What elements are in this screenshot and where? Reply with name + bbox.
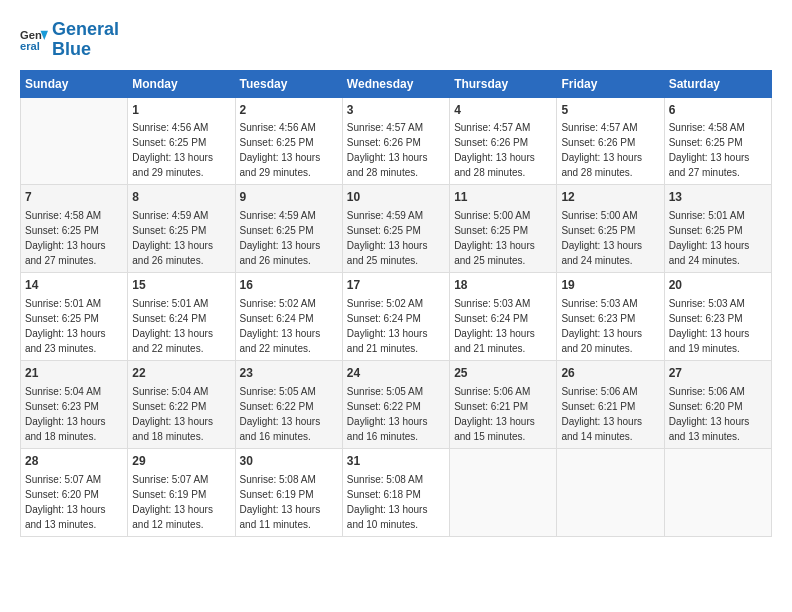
sunset-text: Sunset: 6:25 PM <box>132 225 206 236</box>
calendar-day-9: 9Sunrise: 4:59 AMSunset: 6:25 PMDaylight… <box>235 185 342 273</box>
weekday-header-sunday: Sunday <box>21 70 128 97</box>
weekday-header-monday: Monday <box>128 70 235 97</box>
day-number: 10 <box>347 189 445 206</box>
calendar-day-4: 4Sunrise: 4:57 AMSunset: 6:26 PMDaylight… <box>450 97 557 185</box>
sunset-text: Sunset: 6:23 PM <box>669 313 743 324</box>
sunrise-text: Sunrise: 4:59 AM <box>347 210 423 221</box>
calendar-day-10: 10Sunrise: 4:59 AMSunset: 6:25 PMDayligh… <box>342 185 449 273</box>
daylight-text: Daylight: 13 hours and 20 minutes. <box>561 328 642 354</box>
sunrise-text: Sunrise: 5:05 AM <box>240 386 316 397</box>
calendar-day-30: 30Sunrise: 5:08 AMSunset: 6:19 PMDayligh… <box>235 448 342 536</box>
daylight-text: Daylight: 13 hours and 27 minutes. <box>25 240 106 266</box>
sunrise-text: Sunrise: 5:03 AM <box>669 298 745 309</box>
daylight-text: Daylight: 13 hours and 28 minutes. <box>561 152 642 178</box>
sunset-text: Sunset: 6:24 PM <box>132 313 206 324</box>
logo-icon: Gen eral <box>20 26 48 54</box>
daylight-text: Daylight: 13 hours and 18 minutes. <box>132 416 213 442</box>
calendar-day-26: 26Sunrise: 5:06 AMSunset: 6:21 PMDayligh… <box>557 360 664 448</box>
daylight-text: Daylight: 13 hours and 16 minutes. <box>347 416 428 442</box>
day-number: 13 <box>669 189 767 206</box>
calendar-week-row: 7Sunrise: 4:58 AMSunset: 6:25 PMDaylight… <box>21 185 772 273</box>
calendar-day-13: 13Sunrise: 5:01 AMSunset: 6:25 PMDayligh… <box>664 185 771 273</box>
sunrise-text: Sunrise: 5:02 AM <box>240 298 316 309</box>
day-number: 8 <box>132 189 230 206</box>
day-number: 3 <box>347 102 445 119</box>
daylight-text: Daylight: 13 hours and 15 minutes. <box>454 416 535 442</box>
sunset-text: Sunset: 6:26 PM <box>347 137 421 148</box>
sunrise-text: Sunrise: 5:06 AM <box>561 386 637 397</box>
calendar-day-29: 29Sunrise: 5:07 AMSunset: 6:19 PMDayligh… <box>128 448 235 536</box>
sunset-text: Sunset: 6:18 PM <box>347 489 421 500</box>
daylight-text: Daylight: 13 hours and 11 minutes. <box>240 504 321 530</box>
day-number: 23 <box>240 365 338 382</box>
weekday-header-wednesday: Wednesday <box>342 70 449 97</box>
daylight-text: Daylight: 13 hours and 13 minutes. <box>669 416 750 442</box>
calendar-day-19: 19Sunrise: 5:03 AMSunset: 6:23 PMDayligh… <box>557 273 664 361</box>
calendar-day-2: 2Sunrise: 4:56 AMSunset: 6:25 PMDaylight… <box>235 97 342 185</box>
sunrise-text: Sunrise: 5:08 AM <box>347 474 423 485</box>
calendar-day-16: 16Sunrise: 5:02 AMSunset: 6:24 PMDayligh… <box>235 273 342 361</box>
sunrise-text: Sunrise: 5:00 AM <box>454 210 530 221</box>
day-number: 24 <box>347 365 445 382</box>
daylight-text: Daylight: 13 hours and 10 minutes. <box>347 504 428 530</box>
daylight-text: Daylight: 13 hours and 18 minutes. <box>25 416 106 442</box>
weekday-header-tuesday: Tuesday <box>235 70 342 97</box>
sunset-text: Sunset: 6:25 PM <box>25 225 99 236</box>
calendar-day-31: 31Sunrise: 5:08 AMSunset: 6:18 PMDayligh… <box>342 448 449 536</box>
daylight-text: Daylight: 13 hours and 23 minutes. <box>25 328 106 354</box>
calendar-week-row: 21Sunrise: 5:04 AMSunset: 6:23 PMDayligh… <box>21 360 772 448</box>
calendar-day-7: 7Sunrise: 4:58 AMSunset: 6:25 PMDaylight… <box>21 185 128 273</box>
calendar-day-17: 17Sunrise: 5:02 AMSunset: 6:24 PMDayligh… <box>342 273 449 361</box>
calendar-day-5: 5Sunrise: 4:57 AMSunset: 6:26 PMDaylight… <box>557 97 664 185</box>
weekday-header-thursday: Thursday <box>450 70 557 97</box>
day-number: 31 <box>347 453 445 470</box>
sunset-text: Sunset: 6:25 PM <box>561 225 635 236</box>
daylight-text: Daylight: 13 hours and 21 minutes. <box>347 328 428 354</box>
calendar-day-21: 21Sunrise: 5:04 AMSunset: 6:23 PMDayligh… <box>21 360 128 448</box>
calendar-day-1: 1Sunrise: 4:56 AMSunset: 6:25 PMDaylight… <box>128 97 235 185</box>
daylight-text: Daylight: 13 hours and 24 minutes. <box>561 240 642 266</box>
sunrise-text: Sunrise: 5:04 AM <box>132 386 208 397</box>
daylight-text: Daylight: 13 hours and 14 minutes. <box>561 416 642 442</box>
sunset-text: Sunset: 6:22 PM <box>347 401 421 412</box>
daylight-text: Daylight: 13 hours and 22 minutes. <box>240 328 321 354</box>
day-number: 7 <box>25 189 123 206</box>
calendar-day-3: 3Sunrise: 4:57 AMSunset: 6:26 PMDaylight… <box>342 97 449 185</box>
calendar-day-11: 11Sunrise: 5:00 AMSunset: 6:25 PMDayligh… <box>450 185 557 273</box>
day-number: 18 <box>454 277 552 294</box>
day-number: 21 <box>25 365 123 382</box>
day-number: 28 <box>25 453 123 470</box>
day-number: 22 <box>132 365 230 382</box>
calendar-week-row: 1Sunrise: 4:56 AMSunset: 6:25 PMDaylight… <box>21 97 772 185</box>
day-number: 30 <box>240 453 338 470</box>
calendar-day-12: 12Sunrise: 5:00 AMSunset: 6:25 PMDayligh… <box>557 185 664 273</box>
daylight-text: Daylight: 13 hours and 21 minutes. <box>454 328 535 354</box>
day-number: 4 <box>454 102 552 119</box>
day-number: 27 <box>669 365 767 382</box>
sunset-text: Sunset: 6:25 PM <box>669 225 743 236</box>
sunrise-text: Sunrise: 5:01 AM <box>25 298 101 309</box>
sunrise-text: Sunrise: 5:04 AM <box>25 386 101 397</box>
calendar-day-22: 22Sunrise: 5:04 AMSunset: 6:22 PMDayligh… <box>128 360 235 448</box>
day-number: 25 <box>454 365 552 382</box>
calendar-day-18: 18Sunrise: 5:03 AMSunset: 6:24 PMDayligh… <box>450 273 557 361</box>
sunset-text: Sunset: 6:23 PM <box>25 401 99 412</box>
calendar-day-24: 24Sunrise: 5:05 AMSunset: 6:22 PMDayligh… <box>342 360 449 448</box>
sunrise-text: Sunrise: 4:58 AM <box>669 122 745 133</box>
daylight-text: Daylight: 13 hours and 25 minutes. <box>454 240 535 266</box>
day-number: 14 <box>25 277 123 294</box>
sunrise-text: Sunrise: 5:05 AM <box>347 386 423 397</box>
sunset-text: Sunset: 6:25 PM <box>240 137 314 148</box>
svg-text:eral: eral <box>20 40 40 52</box>
day-number: 15 <box>132 277 230 294</box>
calendar-day-27: 27Sunrise: 5:06 AMSunset: 6:20 PMDayligh… <box>664 360 771 448</box>
sunset-text: Sunset: 6:24 PM <box>454 313 528 324</box>
empty-calendar-day <box>664 448 771 536</box>
logo: Gen eral GeneralBlue <box>20 20 119 60</box>
sunset-text: Sunset: 6:21 PM <box>561 401 635 412</box>
daylight-text: Daylight: 13 hours and 26 minutes. <box>240 240 321 266</box>
sunrise-text: Sunrise: 5:01 AM <box>132 298 208 309</box>
sunrise-text: Sunrise: 4:57 AM <box>561 122 637 133</box>
calendar-day-15: 15Sunrise: 5:01 AMSunset: 6:24 PMDayligh… <box>128 273 235 361</box>
calendar-week-row: 14Sunrise: 5:01 AMSunset: 6:25 PMDayligh… <box>21 273 772 361</box>
